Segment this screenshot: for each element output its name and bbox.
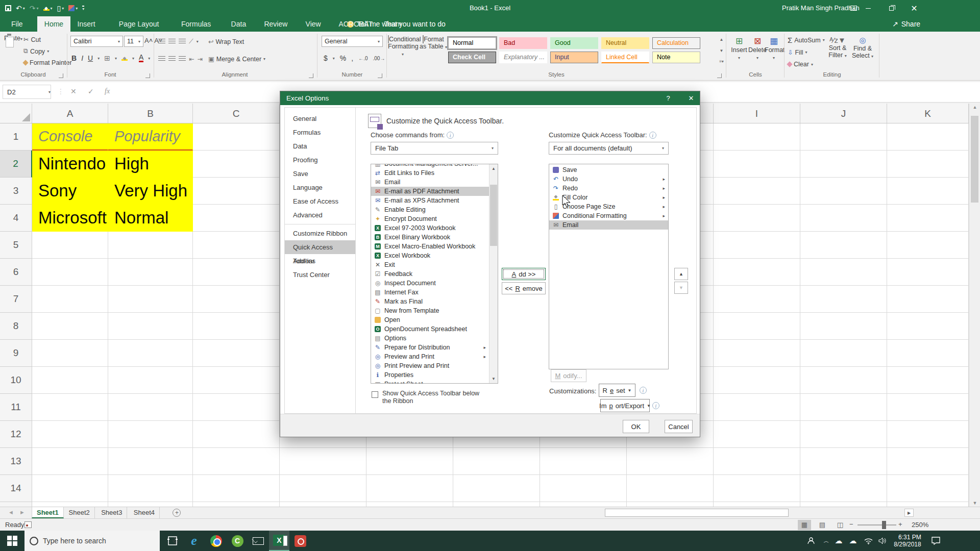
scroll-down-icon[interactable]: ▼	[969, 500, 980, 506]
close-button[interactable]: ✕	[905, 0, 923, 16]
zoom-slider[interactable]	[857, 524, 896, 525]
percent-style-button[interactable]: %	[340, 54, 346, 62]
format-painter-button[interactable]: Format Painter	[23, 59, 72, 66]
camtasia-app[interactable]: C	[227, 531, 248, 551]
cell-A11[interactable]	[32, 394, 108, 421]
cell-E14[interactable]	[366, 475, 453, 502]
start-button[interactable]	[0, 531, 24, 551]
cell-C13[interactable]	[193, 448, 280, 475]
cell-K9[interactable]	[887, 340, 969, 367]
row-header-7[interactable]: 7	[0, 286, 32, 313]
cell-B11[interactable]	[108, 394, 193, 421]
next-sheet-icon[interactable]: ►	[19, 509, 25, 515]
increase-indent-icon[interactable]: ⇥	[197, 55, 202, 63]
cell-A5[interactable]	[32, 232, 108, 259]
format-cells-button[interactable]: ▦Format▾	[765, 36, 783, 61]
column-header-K[interactable]: K	[887, 104, 969, 123]
sheet-tab-sheet3[interactable]: Sheet3	[96, 507, 127, 518]
command-item-options[interactable]: ▤Options	[371, 334, 489, 343]
column-header-A[interactable]: A	[32, 104, 108, 123]
cell-style-input[interactable]: Input	[550, 52, 598, 63]
accounting-format-button[interactable]: $	[324, 54, 328, 62]
modify-button[interactable]: Modify...	[551, 369, 586, 382]
row-header-8[interactable]: 8	[0, 313, 32, 340]
paste-button[interactable]: Paste▾	[3, 35, 23, 42]
cell-A15[interactable]	[32, 502, 108, 507]
font-dialog-launcher-icon[interactable]	[145, 73, 150, 78]
orientation-icon[interactable]: ⟋	[189, 38, 193, 45]
dialog-title-bar[interactable]: Excel Options	[280, 91, 700, 105]
cell-J12[interactable]	[800, 421, 887, 448]
cell-J9[interactable]	[800, 340, 887, 367]
cell-C6[interactable]	[193, 259, 280, 286]
conditional-formatting-icon[interactable]: ▾	[68, 3, 78, 14]
cell-A4[interactable]: Microsoft	[32, 205, 108, 232]
copy-button[interactable]: ⧉Copy▾	[23, 47, 49, 55]
info-icon[interactable]: i	[640, 387, 647, 394]
command-item-excel-workbook[interactable]: XExcel Workbook	[371, 251, 489, 260]
cell-B1[interactable]: Popularity	[108, 123, 193, 151]
onedrive-icon[interactable]: ☁	[846, 531, 860, 551]
align-center-icon[interactable]	[168, 56, 176, 62]
row-header-10[interactable]: 10	[0, 367, 32, 394]
command-item-email[interactable]: ✉Email	[549, 220, 668, 230]
command-item-e-mail-as-xps-attachment[interactable]: ✉E-mail as XPS Attachment	[371, 196, 489, 205]
cell-C14[interactable]	[193, 475, 280, 502]
sheet-tab-sheet4[interactable]: Sheet4	[129, 507, 160, 518]
merge-center-button[interactable]: ▣Merge & Center▾	[208, 55, 265, 63]
customize-qat-select[interactable]: For all documents (default)▾	[549, 142, 669, 155]
cell-B4[interactable]: Normal	[108, 205, 193, 232]
scroll-down-icon[interactable]: ▼	[489, 374, 498, 383]
font-family-select[interactable]: Calibri▾	[70, 36, 123, 47]
cell-style-normal[interactable]: Normal	[448, 37, 496, 49]
horizontal-scrollbar[interactable]	[602, 509, 902, 517]
cell-A10[interactable]	[32, 367, 108, 394]
vertical-scroll-thumb[interactable]	[971, 116, 978, 203]
insert-function-icon[interactable]: fx	[105, 87, 110, 95]
cell-I6[interactable]	[714, 259, 800, 286]
cell-I5[interactable]	[714, 232, 800, 259]
row-header-11[interactable]: 11	[0, 394, 32, 421]
zoom-level[interactable]: 250%	[912, 521, 928, 529]
dialog-help-icon[interactable]: ?	[660, 91, 676, 105]
cell-I7[interactable]	[714, 286, 800, 313]
mail-app[interactable]	[248, 531, 268, 551]
row-header-12[interactable]: 12	[0, 421, 32, 448]
fill-color-icon[interactable]: ◆▾	[43, 3, 53, 14]
cell-J1[interactable]	[800, 123, 887, 151]
row-header-15[interactable]: 15	[0, 502, 32, 507]
command-item-email[interactable]: ✉Email	[371, 178, 489, 187]
cell-B9[interactable]	[108, 340, 193, 367]
command-item-opendocument-spreadsheet[interactable]: OOpenDocument Spreadsheet	[371, 324, 489, 334]
cancel-button[interactable]: Cancel	[665, 420, 693, 433]
cell-I8[interactable]	[714, 313, 800, 340]
zoom-out-icon[interactable]: −	[849, 520, 853, 528]
tab-view[interactable]: View	[299, 16, 328, 32]
fill-color-button[interactable]: ◆	[121, 56, 128, 61]
command-item-edit-links-to-files[interactable]: ⇄Edit Links to Files	[371, 168, 489, 178]
cell-J6[interactable]	[800, 259, 887, 286]
cell-K12[interactable]	[887, 421, 969, 448]
cell-J8[interactable]	[800, 313, 887, 340]
fill-button[interactable]: ⇩Fill▾	[788, 48, 807, 56]
column-header-B[interactable]: B	[108, 104, 193, 123]
command-item-encrypt-document[interactable]: ✦Encrypt Document	[371, 214, 489, 223]
cell-A8[interactable]	[32, 313, 108, 340]
clock[interactable]: 6:31 PM8/29/2018	[891, 531, 924, 551]
cell-C15[interactable]	[193, 502, 280, 507]
cell-C9[interactable]	[193, 340, 280, 367]
cell-style-note[interactable]: Note	[652, 52, 700, 63]
add-button[interactable]: Add >>	[502, 268, 546, 280]
undo-icon[interactable]: ↶▾	[16, 3, 25, 14]
name-box[interactable]: D2▾	[3, 85, 51, 99]
cell-G15[interactable]	[540, 502, 627, 507]
scroll-thumb[interactable]	[490, 185, 497, 246]
cell-B7[interactable]	[108, 286, 193, 313]
cell-F15[interactable]	[453, 502, 540, 507]
dialog-nav-add-ins[interactable]: Add-ins	[285, 254, 355, 268]
cell-K13[interactable]	[887, 448, 969, 475]
share-button[interactable]: ↗Share	[892, 16, 920, 32]
cell-C3[interactable]	[193, 178, 280, 205]
redo-icon[interactable]: ↷▾	[30, 3, 39, 14]
align-middle-icon[interactable]	[168, 39, 176, 44]
